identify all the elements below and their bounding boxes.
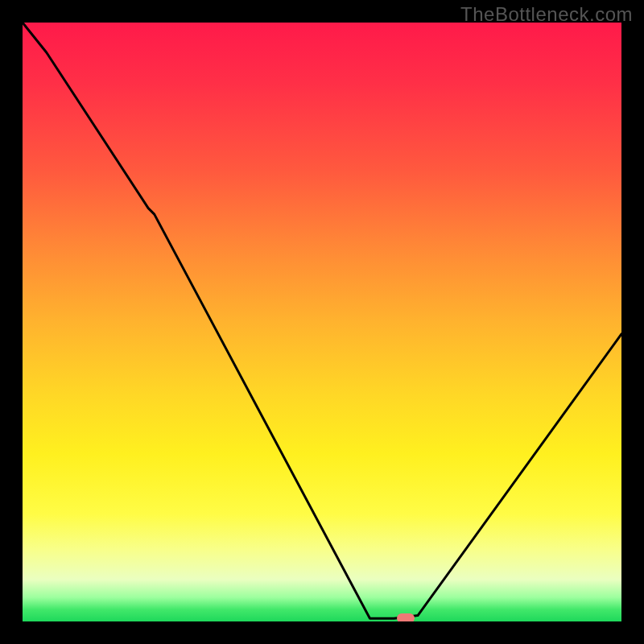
bottleneck-curve [23,23,621,621]
plot-area [23,23,621,621]
watermark-text: TheBottleneck.com [460,3,633,26]
optimal-marker [397,613,415,621]
chart-frame: TheBottleneck.com [0,0,644,644]
